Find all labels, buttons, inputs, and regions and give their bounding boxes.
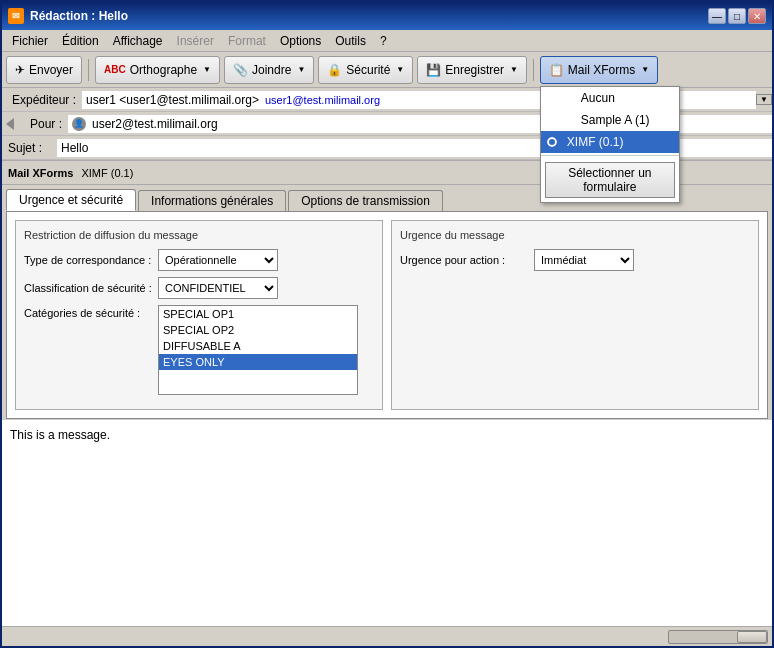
- security-icon: 🔒: [327, 63, 342, 77]
- dropdown-item-aucun[interactable]: Aucun: [541, 87, 679, 109]
- dropdown-item-sample-label: Sample A (1): [581, 113, 650, 127]
- spellcheck-button[interactable]: ABC Orthographe ▼: [95, 56, 220, 84]
- category-item-0[interactable]: SPECIAL OP1: [159, 306, 357, 322]
- toolbar: ✈ Envoyer ABC Orthographe ▼ 📎 Joindre ▼ …: [2, 52, 772, 88]
- tab-urgence[interactable]: Urgence et sécurité: [6, 189, 136, 211]
- spellcheck-label: Orthographe: [130, 63, 197, 77]
- urgence-row: Urgence pour action : Immédiat: [400, 249, 750, 271]
- scrollbar-thumb[interactable]: [737, 631, 767, 643]
- pour-label: Pour :: [18, 115, 68, 133]
- titlebar: ✉ Rédaction : Hello — □ ✕: [2, 2, 772, 30]
- security-caret: ▼: [396, 65, 404, 74]
- classification-select-wrapper: CONFIDENTIEL: [158, 277, 278, 299]
- menu-edition[interactable]: Édition: [56, 32, 105, 50]
- menu-affichage[interactable]: Affichage: [107, 32, 169, 50]
- dropdown-separator: [541, 155, 679, 156]
- save-label: Enregistrer: [445, 63, 504, 77]
- categories-label: Catégories de sécurité :: [24, 307, 154, 319]
- category-item-1[interactable]: SPECIAL OP2: [159, 322, 357, 338]
- xforms-bar-name: XIMF (0.1): [81, 167, 133, 179]
- form-panels: Restriction de diffusion du message Type…: [15, 220, 759, 410]
- sujet-label: Sujet :: [2, 139, 57, 157]
- save-caret: ▼: [510, 65, 518, 74]
- message-body[interactable]: This is a message.: [2, 419, 772, 626]
- scrollbar-track[interactable]: [668, 630, 768, 644]
- menu-inserer: Insérer: [171, 32, 220, 50]
- attach-icon: 📎: [233, 63, 248, 77]
- urgence-select-wrapper: Immédiat: [534, 249, 634, 271]
- menu-fichier[interactable]: Fichier: [6, 32, 54, 50]
- titlebar-left: ✉ Rédaction : Hello: [8, 8, 128, 24]
- menu-help[interactable]: ?: [374, 32, 393, 50]
- restriction-panel: Restriction de diffusion du message Type…: [15, 220, 383, 410]
- xforms-icon: 📋: [549, 63, 564, 77]
- send-icon: ✈: [15, 63, 25, 77]
- type-select-wrapper: Opérationnelle: [158, 249, 278, 271]
- restriction-title: Restriction de diffusion du message: [24, 229, 374, 241]
- dropdown-item-ximf[interactable]: XIMF (0.1): [541, 131, 679, 153]
- classification-select[interactable]: CONFIDENTIEL: [158, 277, 278, 299]
- tab-transmission[interactable]: Options de transmission: [288, 190, 443, 211]
- check-dot-icon: [547, 137, 557, 147]
- attach-label: Joindre: [252, 63, 291, 77]
- category-item-3[interactable]: EYES ONLY: [159, 354, 357, 370]
- form-inner: Restriction de diffusion du message Type…: [7, 212, 767, 418]
- spellcheck-caret: ▼: [203, 65, 211, 74]
- attach-caret: ▼: [297, 65, 305, 74]
- urgence-title: Urgence du message: [400, 229, 750, 241]
- type-row: Type de correspondance : Opérationnelle: [24, 249, 374, 271]
- message-text: This is a message.: [10, 428, 110, 442]
- expediteur-text: user1 <user1@test.milimail.org>: [86, 93, 259, 107]
- xforms-bar-label: Mail XForms: [8, 167, 73, 179]
- bottom-bar: [2, 626, 772, 646]
- menu-options[interactable]: Options: [274, 32, 327, 50]
- maximize-button[interactable]: □: [728, 8, 746, 24]
- urgence-panel: Urgence du message Urgence pour action :…: [391, 220, 759, 410]
- main-content: This is a message.: [2, 419, 772, 626]
- security-button[interactable]: 🔒 Sécurité ▼: [318, 56, 413, 84]
- urgence-label: Urgence pour action :: [400, 254, 530, 266]
- send-button[interactable]: ✈ Envoyer: [6, 56, 82, 84]
- main-window: ✉ Rédaction : Hello — □ ✕ Fichier Éditio…: [0, 0, 774, 648]
- dropdown-footer: Sélectionner un formulaire: [541, 158, 679, 202]
- xforms-button[interactable]: 📋 Mail XForms ▼: [540, 56, 658, 84]
- attach-button[interactable]: 📎 Joindre ▼: [224, 56, 314, 84]
- select-form-button[interactable]: Sélectionner un formulaire: [545, 162, 675, 198]
- menu-outils[interactable]: Outils: [329, 32, 372, 50]
- pour-arrow-icon[interactable]: [6, 118, 14, 130]
- titlebar-buttons: — □ ✕: [708, 8, 766, 24]
- tabs-section: Urgence et sécurité Informations général…: [2, 185, 772, 419]
- separator-1: [88, 59, 89, 81]
- recipient-icon: 👤: [72, 117, 86, 131]
- app-icon: ✉: [8, 8, 24, 24]
- window-title: Rédaction : Hello: [30, 9, 128, 23]
- xforms-caret: ▼: [641, 65, 649, 74]
- type-label: Type de correspondance :: [24, 254, 154, 266]
- minimize-button[interactable]: —: [708, 8, 726, 24]
- dropdown-item-aucun-label: Aucun: [581, 91, 615, 105]
- xforms-label: Mail XForms: [568, 63, 635, 77]
- expediteur-email: user1@test.milimail.org: [265, 94, 380, 106]
- save-button[interactable]: 💾 Enregistrer ▼: [417, 56, 527, 84]
- form-content: Restriction de diffusion du message Type…: [6, 211, 768, 419]
- urgence-select[interactable]: Immédiat: [534, 249, 634, 271]
- tab-informations[interactable]: Informations générales: [138, 190, 286, 211]
- save-icon: 💾: [426, 63, 441, 77]
- menu-format: Format: [222, 32, 272, 50]
- classification-row: Classification de sécurité : CONFIDENTIE…: [24, 277, 374, 299]
- menubar: Fichier Édition Affichage Insérer Format…: [2, 30, 772, 52]
- spellcheck-icon: ABC: [104, 64, 126, 75]
- category-item-2[interactable]: DIFFUSABLE A: [159, 338, 357, 354]
- expediteur-dropdown-btn[interactable]: ▼: [756, 94, 772, 105]
- dropdown-item-ximf-label: XIMF (0.1): [567, 135, 624, 149]
- pour-text: user2@test.milimail.org: [92, 117, 218, 131]
- xforms-dropdown: Aucun Sample A (1) XIMF (0.1) Sélectionn…: [540, 86, 680, 203]
- security-label: Sécurité: [346, 63, 390, 77]
- dropdown-item-sample[interactable]: Sample A (1): [541, 109, 679, 131]
- classification-label: Classification de sécurité :: [24, 282, 154, 294]
- close-button[interactable]: ✕: [748, 8, 766, 24]
- separator-2: [533, 59, 534, 81]
- type-select[interactable]: Opérationnelle: [158, 249, 278, 271]
- send-label: Envoyer: [29, 63, 73, 77]
- expediteur-label: Expéditeur :: [2, 91, 82, 109]
